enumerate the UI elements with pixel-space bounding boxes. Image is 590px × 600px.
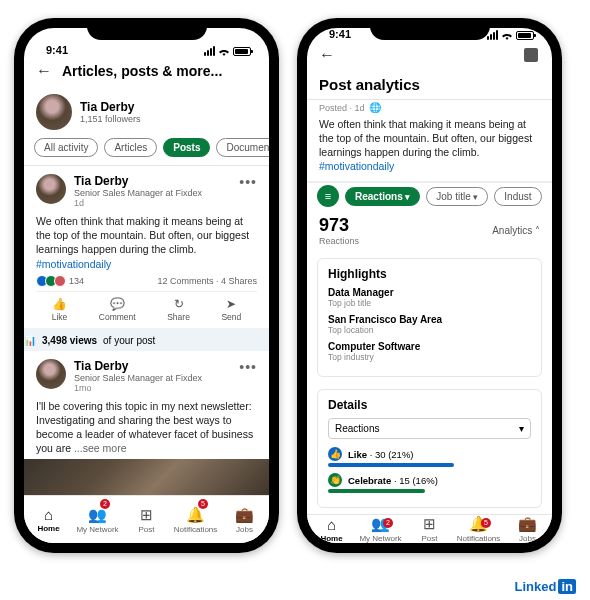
badge: 5: [481, 518, 491, 528]
tab-post[interactable]: ⊞Post: [122, 496, 171, 543]
badge: 2: [383, 518, 393, 528]
tab-notifications[interactable]: 🔔Notifications5: [171, 496, 220, 543]
clock: 9:41: [329, 28, 351, 40]
tab-bar: ⌂Home 👥My Network2 ⊞Post 🔔Notifications5…: [24, 495, 269, 543]
views-count: 3,498 views: [42, 335, 97, 346]
analytics-link[interactable]: Analytics ˄: [492, 225, 540, 236]
badge: 2: [100, 499, 110, 509]
plus-icon: ⊞: [140, 506, 153, 524]
chevron-down-icon: ▾: [519, 423, 524, 434]
detail-row-celebrate: 👏 Celebrate · 15 (16%): [328, 473, 531, 487]
tab-network[interactable]: 👥My Network2: [356, 515, 405, 543]
celebrate-icon: 👏: [328, 473, 342, 487]
metric-row: 973 Reactions Analytics ˄: [307, 209, 552, 252]
home-icon: ⌂: [327, 516, 336, 533]
bar-like: [328, 463, 454, 467]
like-icon: 👍: [328, 447, 342, 461]
highlight-item: Data ManagerTop job title: [328, 287, 531, 308]
highlight-item: Computer SoftwareTop industry: [328, 341, 531, 362]
back-arrow-icon[interactable]: ←: [319, 46, 335, 64]
share-icon: ↻: [174, 297, 184, 311]
comment-icon: 💬: [110, 297, 125, 311]
back-arrow-icon[interactable]: ←: [36, 62, 52, 80]
tab-post[interactable]: ⊞Post: [405, 515, 454, 543]
highlights-title: Highlights: [328, 267, 531, 281]
tab-home[interactable]: ⌂Home: [24, 496, 73, 543]
tab-jobs[interactable]: 💼Jobs: [503, 515, 552, 543]
hashtag[interactable]: #motivationdaily: [36, 258, 111, 270]
linkedin-logo: Linkedin: [515, 579, 576, 594]
hashtag[interactable]: #motivationdaily: [319, 160, 394, 172]
briefcase-icon: 💼: [518, 515, 537, 533]
avatar: [36, 94, 72, 130]
like-button[interactable]: 👍Like: [52, 297, 68, 322]
tab-network[interactable]: 👥My Network2: [73, 496, 122, 543]
analytics-filters: ≡ Reactions Job title Indust: [307, 182, 552, 209]
briefcase-icon: 💼: [235, 506, 254, 524]
chip-reactions[interactable]: Reactions: [345, 187, 420, 206]
post-image[interactable]: [24, 459, 269, 495]
bar-celebrate: [328, 489, 425, 493]
chart-icon: 📊: [24, 335, 36, 346]
tab-notifications[interactable]: 🔔Notifications5: [454, 515, 503, 543]
reactions-summary[interactable]: 134: [36, 275, 84, 287]
feed[interactable]: Tia Derby Senior Sales Manager at Fixdex…: [24, 166, 269, 495]
post-actions: 👍Like 💬Comment ↻Share ➤Send: [36, 291, 257, 322]
chip-job-title[interactable]: Job title: [426, 187, 488, 206]
overflow-menu-icon[interactable]: •••: [239, 359, 257, 375]
see-more-link[interactable]: ...see more: [74, 442, 127, 454]
post-text: I'll be covering this topic in my next n…: [36, 399, 257, 456]
status-bar: 9:41: [24, 28, 269, 56]
highlight-item: San Francisco Bay AreaTop location: [328, 314, 531, 335]
post-card[interactable]: Tia Derby Senior Sales Manager at Fixdex…: [24, 166, 269, 330]
post-role: Senior Sales Manager at Fixdex: [74, 373, 202, 383]
plus-icon: ⊞: [423, 515, 436, 533]
signal-icon: [204, 46, 215, 56]
chip-industry[interactable]: Indust: [494, 187, 541, 206]
details-title: Details: [328, 398, 531, 412]
post-text: We often think that making it means bein…: [36, 214, 257, 271]
wifi-icon: [501, 31, 513, 40]
signal-icon: [487, 30, 498, 40]
avatar: [36, 174, 66, 204]
thumbs-up-icon: 👍: [52, 297, 67, 311]
overflow-menu-icon[interactable]: •••: [239, 174, 257, 190]
profile-row[interactable]: Tia Derby 1,151 followers: [24, 86, 269, 134]
reactions-count: 134: [69, 276, 84, 286]
love-icon: [54, 275, 66, 287]
post-card[interactable]: Tia Derby Senior Sales Manager at Fixdex…: [24, 351, 269, 495]
page-header: ←: [307, 40, 552, 70]
profile-followers: 1,151 followers: [80, 114, 141, 124]
share-button[interactable]: ↻Share: [167, 297, 190, 322]
chip-documents[interactable]: Documen: [216, 138, 269, 157]
chip-articles[interactable]: Articles: [104, 138, 157, 157]
chip-all-activity[interactable]: All activity: [34, 138, 98, 157]
post-age: 1mo: [74, 383, 202, 393]
send-button[interactable]: ➤Send: [221, 297, 241, 322]
metric-label: Reactions: [319, 236, 359, 246]
comment-button[interactable]: 💬Comment: [99, 297, 136, 322]
tab-jobs[interactable]: 💼Jobs: [220, 496, 269, 543]
avatar: [36, 359, 66, 389]
status-bar: 9:41: [307, 28, 552, 40]
details-select[interactable]: Reactions▾: [328, 418, 531, 439]
battery-icon: [516, 31, 534, 40]
chip-posts[interactable]: Posts: [163, 138, 210, 157]
metric-value: 973: [319, 215, 359, 236]
engagement-counts[interactable]: 12 Comments · 4 Shares: [157, 276, 257, 286]
wifi-icon: [218, 47, 230, 56]
detail-row-like: 👍 Like · 30 (21%): [328, 447, 531, 461]
battery-icon: [233, 47, 251, 56]
phone-right: 9:41 ← Post analytics Posted · 1d🌐 We of…: [297, 18, 562, 553]
views-suffix: of your post: [103, 335, 155, 346]
views-card[interactable]: 📊 3,498 views of your post: [24, 328, 269, 353]
phone-left: 9:41 ← Articles, posts & more... Tia Der…: [14, 18, 279, 553]
status-icons: [204, 46, 251, 56]
highlights-box: Highlights Data ManagerTop job title San…: [317, 258, 542, 377]
post-author: Tia Derby: [74, 359, 202, 373]
filter-icon[interactable]: ≡: [317, 185, 339, 207]
info-icon[interactable]: [524, 48, 538, 62]
profile-name: Tia Derby: [80, 100, 141, 114]
badge: 5: [198, 499, 208, 509]
tab-home[interactable]: ⌂Home: [307, 515, 356, 543]
